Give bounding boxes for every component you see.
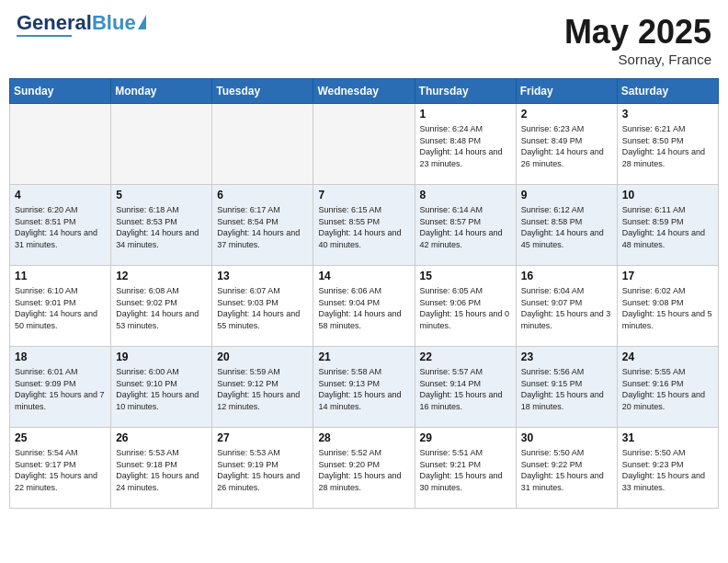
logo-underline [17, 35, 72, 37]
day-number: 5 [116, 189, 207, 201]
day-info: Sunrise: 6:02 AMSunset: 9:08 PMDaylight:… [622, 285, 713, 331]
day-info: Sunrise: 5:52 AMSunset: 9:20 PMDaylight:… [318, 447, 409, 493]
day-number: 4 [15, 189, 106, 201]
day-number: 11 [15, 270, 106, 282]
day-info: Sunrise: 5:53 AMSunset: 9:19 PMDaylight:… [217, 447, 308, 493]
day-info: Sunrise: 6:14 AMSunset: 8:57 PMDaylight:… [420, 204, 511, 250]
location-label: Sornay, France [564, 52, 711, 67]
calendar-header-row: SundayMondayTuesdayWednesdayThursdayFrid… [10, 79, 719, 104]
calendar-cell: 5Sunrise: 6:18 AMSunset: 8:53 PMDaylight… [111, 185, 212, 266]
calendar-week-5: 25Sunrise: 5:54 AMSunset: 9:17 PMDayligh… [10, 428, 719, 509]
day-info: Sunrise: 6:06 AMSunset: 9:04 PMDaylight:… [318, 285, 409, 331]
calendar-cell: 24Sunrise: 5:55 AMSunset: 9:16 PMDayligh… [617, 347, 718, 428]
day-number: 12 [116, 270, 207, 282]
day-number: 8 [420, 189, 511, 201]
day-number: 21 [318, 350, 409, 363]
day-number: 2 [521, 108, 612, 121]
calendar-week-2: 4Sunrise: 6:20 AMSunset: 8:51 PMDaylight… [10, 185, 719, 266]
day-info: Sunrise: 6:07 AMSunset: 9:03 PMDaylight:… [217, 285, 308, 331]
calendar-cell: 30Sunrise: 5:50 AMSunset: 9:22 PMDayligh… [516, 428, 617, 509]
day-info: Sunrise: 6:04 AMSunset: 9:07 PMDaylight:… [521, 285, 612, 331]
logo-text: GeneralBlue [17, 13, 136, 33]
month-title: May 2025 [564, 13, 711, 52]
day-number: 26 [116, 431, 207, 444]
day-number: 10 [622, 189, 713, 201]
day-info: Sunrise: 6:11 AMSunset: 8:59 PMDaylight:… [622, 204, 713, 250]
calendar-table: SundayMondayTuesdayWednesdayThursdayFrid… [9, 78, 719, 509]
header-day-thursday: Thursday [415, 79, 516, 104]
day-number: 20 [217, 350, 308, 363]
calendar-cell: 28Sunrise: 5:52 AMSunset: 9:20 PMDayligh… [313, 428, 415, 509]
day-info: Sunrise: 6:15 AMSunset: 8:55 PMDaylight:… [318, 204, 409, 250]
day-number: 7 [318, 189, 409, 201]
day-info: Sunrise: 6:10 AMSunset: 9:01 PMDaylight:… [15, 285, 106, 331]
calendar-cell: 4Sunrise: 6:20 AMSunset: 8:51 PMDaylight… [10, 185, 111, 266]
day-number: 3 [622, 108, 713, 121]
day-info: Sunrise: 6:05 AMSunset: 9:06 PMDaylight:… [420, 285, 511, 331]
header-day-tuesday: Tuesday [212, 79, 313, 104]
day-info: Sunrise: 5:51 AMSunset: 9:21 PMDaylight:… [420, 447, 511, 493]
calendar-cell [10, 104, 111, 185]
day-info: Sunrise: 5:59 AMSunset: 9:12 PMDaylight:… [217, 366, 308, 412]
day-info: Sunrise: 5:53 AMSunset: 9:18 PMDaylight:… [116, 447, 207, 493]
day-info: Sunrise: 6:24 AMSunset: 8:48 PMDaylight:… [420, 123, 511, 169]
day-info: Sunrise: 5:56 AMSunset: 9:15 PMDaylight:… [521, 366, 612, 412]
calendar-cell: 20Sunrise: 5:59 AMSunset: 9:12 PMDayligh… [212, 347, 313, 428]
day-number: 14 [318, 270, 409, 282]
day-number: 1 [420, 108, 511, 121]
day-info: Sunrise: 6:23 AMSunset: 8:49 PMDaylight:… [521, 123, 612, 169]
header-day-saturday: Saturday [617, 79, 718, 104]
day-number: 13 [217, 270, 308, 282]
day-number: 30 [521, 431, 612, 444]
calendar-cell: 25Sunrise: 5:54 AMSunset: 9:17 PMDayligh… [10, 428, 111, 509]
calendar-cell: 29Sunrise: 5:51 AMSunset: 9:21 PMDayligh… [415, 428, 516, 509]
header-day-sunday: Sunday [10, 79, 111, 104]
day-number: 16 [521, 270, 612, 282]
page-header: GeneralBlue May 2025 Sornay, France [9, 9, 719, 71]
calendar-cell [111, 104, 212, 185]
calendar-cell: 27Sunrise: 5:53 AMSunset: 9:19 PMDayligh… [212, 428, 313, 509]
calendar-cell: 26Sunrise: 5:53 AMSunset: 9:18 PMDayligh… [111, 428, 212, 509]
calendar-cell [313, 104, 415, 185]
calendar-cell: 9Sunrise: 6:12 AMSunset: 8:58 PMDaylight… [516, 185, 617, 266]
day-info: Sunrise: 5:50 AMSunset: 9:22 PMDaylight:… [521, 447, 612, 493]
calendar-cell: 14Sunrise: 6:06 AMSunset: 9:04 PMDayligh… [313, 266, 415, 347]
day-number: 28 [318, 431, 409, 444]
day-number: 24 [622, 350, 713, 363]
calendar-cell: 2Sunrise: 6:23 AMSunset: 8:49 PMDaylight… [516, 104, 617, 185]
calendar-cell: 21Sunrise: 5:58 AMSunset: 9:13 PMDayligh… [313, 347, 415, 428]
calendar-week-3: 11Sunrise: 6:10 AMSunset: 9:01 PMDayligh… [10, 266, 719, 347]
calendar-cell: 23Sunrise: 5:56 AMSunset: 9:15 PMDayligh… [516, 347, 617, 428]
calendar-cell: 15Sunrise: 6:05 AMSunset: 9:06 PMDayligh… [415, 266, 516, 347]
calendar-cell: 12Sunrise: 6:08 AMSunset: 9:02 PMDayligh… [111, 266, 212, 347]
calendar-cell: 3Sunrise: 6:21 AMSunset: 8:50 PMDaylight… [617, 104, 718, 185]
header-day-monday: Monday [111, 79, 212, 104]
day-number: 29 [420, 431, 511, 444]
day-number: 15 [420, 270, 511, 282]
day-number: 22 [420, 350, 511, 363]
calendar-cell [212, 104, 313, 185]
day-info: Sunrise: 6:00 AMSunset: 9:10 PMDaylight:… [116, 366, 207, 412]
calendar-cell: 17Sunrise: 6:02 AMSunset: 9:08 PMDayligh… [617, 266, 718, 347]
day-number: 19 [116, 350, 207, 363]
day-number: 9 [521, 189, 612, 201]
title-area: May 2025 Sornay, France [564, 13, 711, 67]
day-number: 27 [217, 431, 308, 444]
day-info: Sunrise: 6:20 AMSunset: 8:51 PMDaylight:… [15, 204, 106, 250]
header-day-wednesday: Wednesday [313, 79, 415, 104]
day-info: Sunrise: 6:01 AMSunset: 9:09 PMDaylight:… [15, 366, 106, 412]
day-info: Sunrise: 6:12 AMSunset: 8:58 PMDaylight:… [521, 204, 612, 250]
day-number: 23 [521, 350, 612, 363]
calendar-week-4: 18Sunrise: 6:01 AMSunset: 9:09 PMDayligh… [10, 347, 719, 428]
logo-triangle-icon [138, 15, 146, 29]
day-number: 6 [217, 189, 308, 201]
calendar-cell: 31Sunrise: 5:50 AMSunset: 9:23 PMDayligh… [617, 428, 718, 509]
calendar-cell: 10Sunrise: 6:11 AMSunset: 8:59 PMDayligh… [617, 185, 718, 266]
calendar-week-1: 1Sunrise: 6:24 AMSunset: 8:48 PMDaylight… [10, 104, 719, 185]
day-number: 25 [15, 431, 106, 444]
calendar-cell: 7Sunrise: 6:15 AMSunset: 8:55 PMDaylight… [313, 185, 415, 266]
day-info: Sunrise: 6:18 AMSunset: 8:53 PMDaylight:… [116, 204, 207, 250]
day-info: Sunrise: 5:50 AMSunset: 9:23 PMDaylight:… [622, 447, 713, 493]
calendar-cell: 18Sunrise: 6:01 AMSunset: 9:09 PMDayligh… [10, 347, 111, 428]
header-day-friday: Friday [516, 79, 617, 104]
